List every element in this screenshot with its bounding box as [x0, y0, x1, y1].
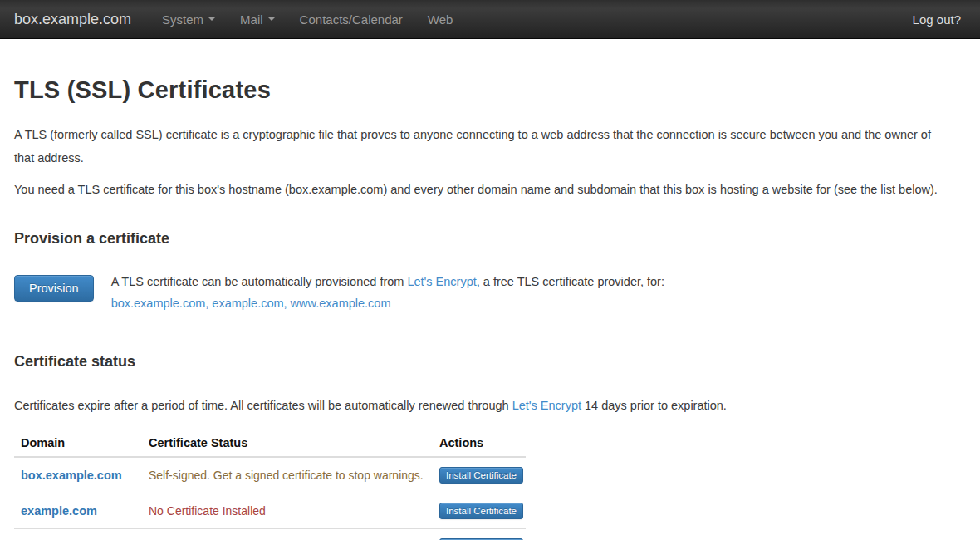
page-title: TLS (SSL) Certificates: [14, 76, 953, 104]
install-certificate-button[interactable]: Install Certificate: [439, 503, 523, 519]
provision-text: A TLS certificate can be automatically p…: [111, 273, 664, 312]
main-content: TLS (SSL) Certificates A TLS (formerly c…: [0, 76, 980, 540]
domain-link[interactable]: box.example.com: [21, 469, 122, 482]
certificate-table: DomainCertificate StatusActions box.exam…: [14, 430, 526, 540]
navbar-brand[interactable]: box.example.com: [14, 11, 131, 28]
certificate-status-text: Self-signed. Get a signed certificate to…: [149, 469, 424, 482]
provision-row: Provision A TLS certificate can be autom…: [14, 273, 953, 312]
certificate-status-text: No Certificate Installed: [149, 504, 266, 518]
install-certificate-button[interactable]: Install Certificate: [439, 467, 523, 484]
lets-encrypt-link-2[interactable]: Let's Encrypt: [512, 399, 581, 412]
top-navbar: box.example.com SystemMailContacts/Calen…: [0, 0, 980, 39]
provision-button[interactable]: Provision: [14, 275, 94, 302]
provision-description: A TLS certificate can be automatically p…: [111, 273, 664, 291]
expiration-note: Certificates expire after a period of ti…: [14, 399, 953, 412]
column-header-actions: Actions: [433, 430, 526, 457]
nav-item-mail[interactable]: Mail: [228, 0, 287, 38]
nav-item-web[interactable]: Web: [415, 0, 466, 38]
nav-item-label: Web: [428, 12, 453, 27]
column-header-domain: Domain: [14, 430, 142, 457]
provision-text-before: A TLS certificate can be automatically p…: [111, 275, 408, 288]
nav-item-contacts-calendar[interactable]: Contacts/Calendar: [287, 0, 415, 38]
table-row: box.example.comSelf-signed. Get a signed…: [14, 457, 526, 493]
caret-down-icon: [208, 17, 215, 21]
certificate-table-header-row: DomainCertificate StatusActions: [14, 430, 526, 457]
expiration-note-after: 14 days prior to expiration.: [581, 399, 727, 412]
navbar-right: Log out?: [913, 12, 980, 27]
certificate-table-body: box.example.comSelf-signed. Get a signed…: [14, 457, 526, 540]
intro-paragraph-2: You need a TLS certificate for this box'…: [14, 178, 953, 201]
table-row: www.example.comNo Certificate InstalledI…: [14, 528, 526, 540]
nav-item-system[interactable]: System: [149, 0, 228, 38]
provision-domains-list: box.example.com, example.com, www.exampl…: [111, 295, 664, 312]
provision-text-after: , a free TLS certificate provider, for:: [477, 275, 664, 288]
caret-down-icon: [268, 17, 275, 21]
nav-item-label: System: [162, 12, 203, 27]
nav-item-label: Contacts/Calendar: [300, 12, 403, 27]
column-header-certificate-status: Certificate Status: [142, 430, 433, 457]
expiration-note-before: Certificates expire after a period of ti…: [14, 399, 512, 412]
provision-section-heading: Provision a certificate: [14, 230, 953, 253]
table-row: example.comNo Certificate InstalledInsta…: [14, 493, 526, 528]
lets-encrypt-link[interactable]: Let's Encrypt: [407, 275, 476, 288]
domain-link[interactable]: example.com: [21, 504, 97, 518]
intro-paragraph-1: A TLS (formerly called SSL) certificate …: [14, 123, 953, 170]
logout-link[interactable]: Log out?: [913, 12, 961, 27]
nav-item-label: Mail: [240, 12, 263, 27]
navbar-menu: SystemMailContacts/CalendarWeb: [149, 0, 465, 38]
certificate-status-heading: Certificate status: [14, 353, 953, 376]
